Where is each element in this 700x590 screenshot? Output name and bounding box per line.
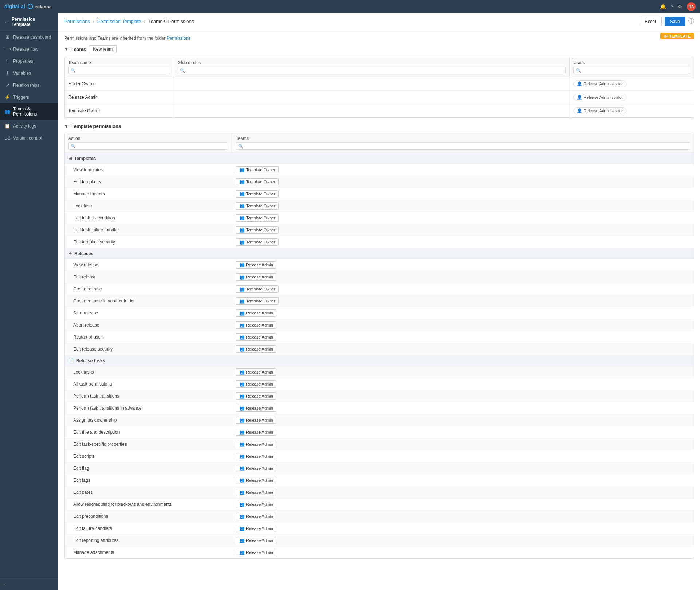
team-badge[interactable]: 👥Release Admin [236,501,276,508]
perm-action-cell: Allow rescheduling for blackouts and env… [65,499,232,510]
sidebar-item-triggers[interactable]: ⚡ Triggers [0,91,58,103]
team-badge[interactable]: 👥Release Admin [236,477,276,484]
new-team-button[interactable]: New team [89,45,117,53]
col-global-roles-label: Global roles [178,60,566,65]
team-badge[interactable]: 👥Release Admin [236,368,276,376]
team-badge[interactable]: 👥Release Admin [236,489,276,496]
team-name-cell: Template Owner [65,104,174,117]
perm-action-cell: Start release [65,307,232,319]
teams-search[interactable]: 🔍 [236,142,690,150]
users-search[interactable]: 🔍 [573,67,690,74]
team-badge-icon: 👥 [239,298,245,304]
team-badge[interactable]: 👥Release Admin [236,465,276,472]
perm-teams-cell: 👥Template Owner [232,295,694,307]
sidebar-item-activity-logs[interactable]: 📋 Activity logs [0,120,58,132]
team-badge[interactable]: 👥Release Admin [236,261,276,269]
perm-action-cell: Edit task precondition [65,212,232,224]
team-badge[interactable]: 👥Release Admin [236,417,276,424]
team-badge[interactable]: 👥Release Admin [236,321,276,329]
team-badge[interactable]: 👥Release Admin [236,537,276,544]
user-chip[interactable]: 👤 Release Administrator [573,94,626,101]
sidebar-collapse[interactable]: ‹ [0,578,58,590]
perm-teams-cell: 👥Release Admin [232,378,694,390]
user-chip[interactable]: 👤 Release Administrator [573,107,626,114]
teams-search-input[interactable] [245,144,688,149]
user-chip[interactable]: 👤 Release Administrator [573,80,626,87]
help-icon[interactable]: ? [102,335,104,339]
perm-action-cell: View templates [65,164,232,176]
team-badge[interactable]: 👥Release Admin [236,309,276,317]
perm-teams-cell: 👥Release Admin [232,414,694,426]
team-badge[interactable]: 👥Release Admin [236,273,276,281]
perm-row: Edit task precondition 👥Template Owner [65,212,694,224]
team-badge[interactable]: 👥Template Owner [236,285,279,293]
bell-icon[interactable]: 🔔 [660,4,666,9]
team-badge[interactable]: 👥Template Owner [236,178,279,185]
team-badge[interactable]: 👥Release Admin [236,333,276,341]
team-name-search[interactable]: 🔍 [68,67,170,74]
team-badge[interactable]: 👥Release Admin [236,429,276,436]
team-badge[interactable]: 👥Release Admin [236,392,276,400]
team-row: Template Owner 👤 Release Administrator [65,104,694,117]
perm-action-cell: Lock task [65,200,232,212]
team-badge[interactable]: 👥Template Owner [236,297,279,305]
sidebar-item-teams-permissions[interactable]: 👥 Teams & Permissions [0,103,58,120]
perm-teams-cell: 👥Release Admin [232,343,694,355]
perm-action-cell: Edit reporting attributes [65,535,232,546]
breadcrumb-permission-template[interactable]: Permission Template [97,19,141,24]
team-name-search-input[interactable] [77,68,167,73]
global-roles-search-input[interactable] [187,68,563,73]
team-badge[interactable]: 👥Template Owner [236,202,279,210]
breadcrumb-permissions[interactable]: Permissions [64,19,90,24]
team-badge[interactable]: 👥Template Owner [236,214,279,222]
teams-toggle[interactable]: ▼ [64,47,69,52]
sidebar-item-label: Teams & Permissions [13,106,54,117]
permissions-toggle[interactable]: ▼ [64,124,69,129]
team-badge[interactable]: 👥Release Admin [236,525,276,532]
back-arrow[interactable]: ← [4,19,9,24]
sidebar-item-release-dashboard[interactable]: ⊞ Release dashboard [0,31,58,43]
perm-col-action: Action 🔍 [65,133,232,153]
user-avatar[interactable]: RA [687,2,696,11]
team-badge[interactable]: 👥Template Owner [236,190,279,198]
sidebar-item-version-control[interactable]: ⎇ Version control [0,132,58,144]
team-badge[interactable]: 👥Release Admin [236,549,276,556]
team-badge[interactable]: 👥Template Owner [236,226,279,234]
sidebar-item-variables[interactable]: ∮ Variables [0,67,58,79]
sidebar-item-release-flow[interactable]: ⟶ Release flow [0,43,58,55]
perm-group-name: Release tasks [76,358,105,363]
team-badge[interactable]: 👥Release Admin [236,453,276,460]
team-name-cell: Release Admin [65,91,174,104]
team-badge-icon: 👥 [239,370,245,375]
action-search[interactable]: 🔍 [68,142,228,150]
reset-button[interactable]: Reset [639,17,661,26]
info-circle-button[interactable]: ⓘ [688,17,694,25]
action-search-input[interactable] [77,144,226,149]
team-badge-icon: 👥 [239,526,245,531]
team-badge[interactable]: 👥Release Admin [236,441,276,448]
teams-table-header: Team name 🔍 Global roles 🔍 [65,57,694,77]
sidebar: ← Permission Template ⊞ Release dashboar… [0,13,58,590]
team-badge[interactable]: 👥Release Admin [236,380,276,388]
info-link[interactable]: Permissions [167,36,190,41]
team-badge-icon: 👥 [239,442,245,447]
settings-icon[interactable]: ⚙ [678,4,682,9]
sidebar-header[interactable]: ← Permission Template [0,13,58,31]
team-badge[interactable]: 👥Release Admin [236,345,276,353]
team-badge-icon: 👥 [239,466,245,471]
breadcrumb-actions: Reset Save ⓘ [639,17,694,26]
user-icon: 👤 [577,81,582,86]
team-badge[interactable]: 👥Release Admin [236,513,276,520]
perm-row: Edit task-specific properties 👥Release A… [65,438,694,450]
users-search-input[interactable] [583,68,688,73]
perm-action-cell: Edit templates [65,176,232,188]
team-badge[interactable]: 👥Template Owner [236,238,279,246]
team-badge[interactable]: 👥Release Admin [236,405,276,412]
save-button[interactable]: Save [665,17,685,26]
sidebar-item-relationships[interactable]: ⤢ Relationships [0,79,58,91]
global-roles-search[interactable]: 🔍 [178,67,566,74]
sidebar-item-properties[interactable]: ≡ Properties [0,55,58,67]
team-badge[interactable]: 👥Template Owner [236,166,279,173]
perm-row: Restart phase ? 👥Release Admin [65,331,694,343]
help-icon[interactable]: ? [670,4,673,9]
